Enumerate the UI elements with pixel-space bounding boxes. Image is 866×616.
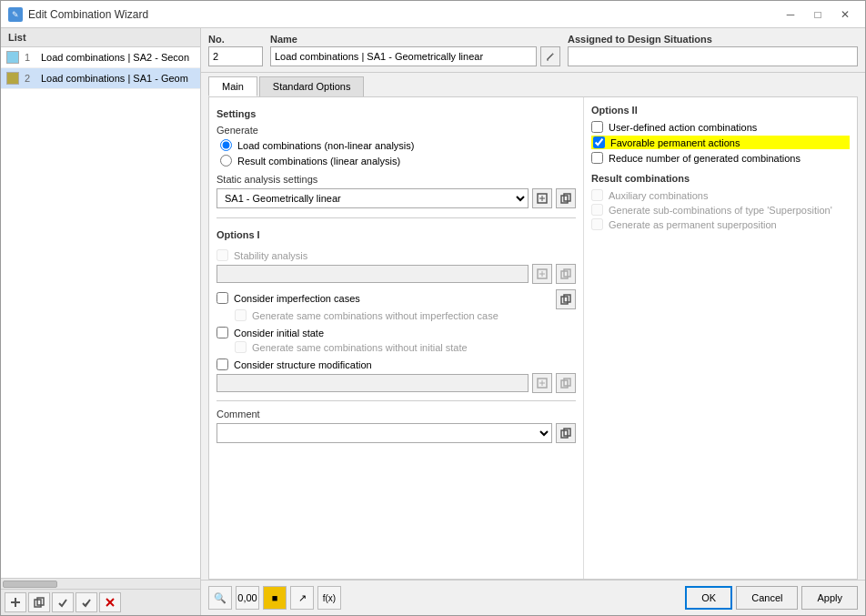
generate-sub-checkbox-row[interactable]: Generate sub-combinations of type 'Super…	[591, 204, 850, 216]
options-i-label: Options I	[216, 229, 260, 240]
no-label: No.	[208, 34, 263, 45]
initial-state-group: Consider initial state Generate same com…	[216, 327, 576, 353]
structure-mod-label: Consider structure modification	[234, 359, 372, 370]
arrow-btn[interactable]: ↗	[290, 586, 314, 610]
apply-button[interactable]: Apply	[801, 586, 858, 610]
left-panel-toolbar	[1, 589, 200, 615]
list-header: List	[1, 28, 200, 47]
auxiliary-checkbox[interactable]	[591, 189, 603, 201]
color-btn[interactable]: ■	[263, 586, 287, 610]
generate-permanent-checkbox-row[interactable]: Generate as permanent superposition	[591, 218, 850, 230]
initial-state-sub-checkbox-row[interactable]: Generate same combinations without initi…	[216, 341, 576, 353]
initial-state-sub-checkbox[interactable]	[235, 341, 247, 353]
name-field-row	[270, 46, 560, 66]
generate-sub-label: Generate sub-combinations of type 'Super…	[609, 205, 832, 216]
title-bar: ✎ Edit Combination Wizard ─ □ ✕	[1, 1, 865, 28]
window-controls: ─ □ ✕	[778, 5, 858, 24]
user-defined-checkbox[interactable]	[591, 121, 603, 133]
result-combinations-header: Result combinations	[591, 173, 850, 184]
name-edit-button[interactable]	[540, 46, 560, 66]
stability-input[interactable]	[216, 265, 529, 283]
close-button[interactable]: ✕	[832, 5, 858, 24]
favorable-label: Favorable permanent actions	[610, 137, 740, 148]
stability-checkbox-row[interactable]: Stability analysis	[216, 249, 576, 261]
ok-button[interactable]: OK	[685, 586, 732, 610]
copy-button[interactable]	[28, 592, 50, 612]
check-button[interactable]	[52, 592, 74, 612]
comment-copy-btn[interactable]	[556, 423, 576, 443]
stability-label: Stability analysis	[234, 250, 307, 261]
generate-sub-checkbox[interactable]	[591, 204, 603, 216]
generate-permanent-checkbox[interactable]	[591, 218, 603, 230]
delete-button[interactable]	[99, 592, 121, 612]
imperfection-sub-checkbox[interactable]	[235, 309, 247, 321]
generate-radio-group: Load combinations (non-linear analysis) …	[216, 139, 576, 167]
list-item[interactable]: 1 Load combinations | SA2 - Secon	[1, 47, 200, 68]
left-panel: List 1 Load combinations | SA2 - Secon 2…	[1, 28, 201, 615]
func-btn[interactable]: f(x)	[317, 586, 341, 610]
value-btn[interactable]: 0,00	[236, 586, 259, 610]
stability-copy-btn[interactable]	[556, 264, 576, 284]
reduce-checkbox-row[interactable]: Reduce number of generated combinations	[591, 152, 850, 164]
static-analysis-copy-btn[interactable]	[556, 188, 576, 208]
main-content: List 1 Load combinations | SA2 - Secon 2…	[1, 28, 865, 615]
name-group: Name	[270, 34, 560, 66]
reduce-checkbox[interactable]	[591, 152, 603, 164]
structure-mod-copy-btn[interactable]	[556, 373, 576, 393]
no-input[interactable]	[208, 46, 263, 66]
list-item-label-1: Load combinations | SA2 - Secon	[41, 52, 189, 63]
name-input[interactable]	[270, 46, 537, 66]
stability-edit-btn[interactable]	[532, 264, 552, 284]
window-icon: ✎	[8, 7, 23, 22]
name-label: Name	[270, 34, 560, 45]
imperfection-group: Consider imperfection cases Generate sam…	[216, 289, 576, 321]
maximize-button[interactable]: □	[805, 5, 831, 24]
user-defined-checkbox-row[interactable]: User-defined action combinations	[591, 121, 850, 133]
svg-rect-1	[11, 601, 20, 603]
imperfection-sub-checkbox-row[interactable]: Generate same combinations without imper…	[216, 309, 576, 321]
auxiliary-checkbox-row[interactable]: Auxiliary combinations	[591, 189, 850, 201]
search-tool-btn[interactable]: 🔍	[208, 586, 232, 610]
settings-button[interactable]	[76, 592, 97, 612]
list-item-color-1	[6, 51, 19, 64]
structure-mod-checkbox-row[interactable]: Consider structure modification	[216, 358, 576, 370]
stability-checkbox[interactable]	[216, 249, 228, 261]
list-area: 1 Load combinations | SA2 - Secon 2 Load…	[1, 47, 200, 578]
imperfection-checkbox[interactable]	[216, 292, 228, 304]
radio-result-input[interactable]	[220, 155, 232, 167]
favorable-checkbox[interactable]	[593, 136, 605, 148]
tab-standard-options[interactable]: Standard Options	[259, 76, 365, 96]
structure-mod-input[interactable]	[216, 374, 529, 392]
tab-main[interactable]: Main	[208, 76, 257, 96]
initial-state-checkbox-row[interactable]: Consider initial state	[216, 327, 576, 338]
imperfection-checkbox-row[interactable]: Consider imperfection cases	[216, 292, 360, 304]
static-analysis-edit-btn[interactable]	[532, 188, 552, 208]
list-item-color-2	[6, 72, 19, 85]
comment-section: Comment	[216, 409, 576, 443]
generate-label: Generate	[216, 125, 576, 136]
main-window: ✎ Edit Combination Wizard ─ □ ✕ List 1 L…	[0, 0, 866, 616]
list-scrollbar[interactable]	[1, 578, 200, 589]
minimize-button[interactable]: ─	[778, 5, 803, 24]
favorable-checkbox-row[interactable]: Favorable permanent actions	[591, 136, 850, 149]
add-button[interactable]	[5, 592, 26, 612]
list-item-selected[interactable]: 2 Load combinations | SA1 - Geom	[1, 68, 200, 89]
initial-state-checkbox[interactable]	[216, 327, 228, 338]
cancel-button[interactable]: Cancel	[736, 586, 798, 610]
imperfection-sub-label: Generate same combinations without imper…	[252, 310, 498, 321]
radio-load-input[interactable]	[220, 139, 232, 151]
radio-load-combinations[interactable]: Load combinations (non-linear analysis)	[220, 139, 576, 151]
structure-mod-edit-btn[interactable]	[532, 373, 552, 393]
assigned-box	[568, 46, 858, 66]
initial-state-label: Consider initial state	[234, 328, 324, 338]
comment-dropdown[interactable]	[216, 423, 552, 443]
structure-mod-checkbox[interactable]	[216, 358, 228, 370]
no-group: No.	[208, 34, 263, 66]
static-analysis-dropdown[interactable]: SA1 - Geometrically linear SA2 - Second …	[216, 188, 529, 208]
radio-result-combinations[interactable]: Result combinations (linear analysis)	[220, 155, 576, 167]
scroll-thumb[interactable]	[3, 581, 57, 588]
bottom-bar: 🔍 0,00 ■ ↗ f(x) OK Cancel Apply	[201, 580, 865, 615]
imperfection-label: Consider imperfection cases	[234, 293, 360, 304]
imperfection-settings-btn[interactable]	[556, 289, 576, 309]
static-analysis-group: Static analysis settings SA1 - Geometric…	[216, 174, 576, 208]
